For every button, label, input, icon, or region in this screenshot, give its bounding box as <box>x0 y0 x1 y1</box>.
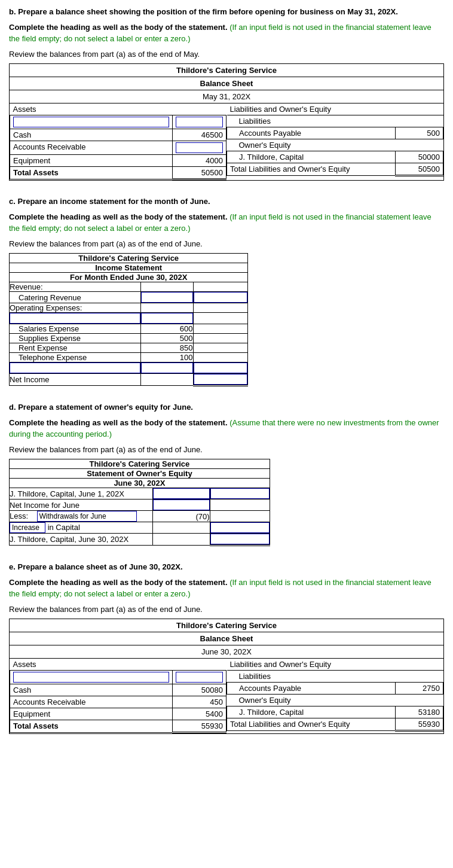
bs-june-empty-value-input[interactable] <box>176 672 223 683</box>
is-catering-revenue-input[interactable] <box>141 292 193 303</box>
oe-statement-name: Statement of Owner's Equity <box>10 469 270 479</box>
bs-june-cash-label: Cash <box>10 684 173 696</box>
oe-withdrawals-value: (70) <box>152 511 210 522</box>
part-d-instruction3: Review the balances from part (a) as of … <box>9 444 444 456</box>
is-catering-revenue-label: Catering Revenue <box>10 292 141 303</box>
oe-increase-label-input[interactable] <box>10 522 45 533</box>
bs-june-empty-input[interactable] <box>13 672 169 683</box>
bs-june-total-assets-value: 55930 <box>173 720 227 733</box>
oe-capital-june30-input[interactable] <box>210 534 270 544</box>
oe-in-capital-label: in Capital <box>48 523 80 532</box>
is-net-income-label: Net Income <box>10 374 141 386</box>
is-total-expense-label-input[interactable] <box>10 363 140 373</box>
part-c-instruction3: Review the balances from part (a) as of … <box>9 238 444 250</box>
is-expense1-value-input[interactable] <box>141 313 193 324</box>
part-d-label: d. <box>9 403 16 412</box>
bs-may-cash-label: Cash <box>10 129 173 141</box>
is-expense1-label-input[interactable] <box>10 313 140 324</box>
bs-may-liab-label: Liabilities and Owner's Equity <box>227 103 443 115</box>
bs-may-ap-label: Accounts Payable <box>227 127 396 139</box>
bs-may-empty-label[interactable] <box>10 115 173 129</box>
bs-may-capital-label: J. Thildore, Capital <box>227 151 396 163</box>
bs-june-equipment-value: 5400 <box>173 708 227 720</box>
bs-june-cash-value: 50080 <box>173 684 227 696</box>
is-opex-label: Operating Expenses: <box>10 303 141 313</box>
is-telephone-label: Telephone Expense <box>10 353 141 363</box>
bs-june-ar-value: 450 <box>173 696 227 708</box>
bs-june-capital-value: 53180 <box>396 706 443 718</box>
bs-may-total-assets-value: 50500 <box>173 167 227 179</box>
bs-may-total-liab-label: Total Liabilities and Owner's Equity <box>227 163 396 176</box>
part-c-label: c. <box>9 197 16 206</box>
bs-may-equipment-label: Equipment <box>10 155 173 167</box>
bs-june-ap-label: Accounts Payable <box>227 683 396 695</box>
is-catering-revenue-total-input[interactable] <box>194 292 248 303</box>
bs-may-empty-value-input[interactable] <box>176 117 223 127</box>
is-telephone-value: 100 <box>140 353 193 363</box>
bs-may-ar-input[interactable] <box>176 142 223 153</box>
bs-may-date: May 31, 202X <box>10 90 444 103</box>
is-net-income-input[interactable] <box>194 374 248 385</box>
bs-june-ar-label: Accounts Receivable <box>10 696 173 708</box>
bs-may-assets-label: Assets <box>10 103 173 115</box>
bs-june-company-name: Thildore's Catering Service <box>10 619 444 632</box>
oe-increase-input[interactable] <box>210 522 270 533</box>
part-e-instruction1: Prepare a balance sheet as of June 30, 2… <box>17 562 182 571</box>
bs-may-capital-value: 50000 <box>396 151 443 163</box>
bs-june-equipment-label: Equipment <box>10 708 173 720</box>
is-salaries-label: Salaries Expense <box>10 324 141 334</box>
oe-capital-june1-input1[interactable] <box>153 488 210 499</box>
bs-june-ap-value: 2750 <box>396 683 443 695</box>
bs-may-total-assets-label: Total Assets <box>10 167 173 179</box>
bs-may-oe-label: Owner's Equity <box>227 139 443 151</box>
bs-june-statement-name: Balance Sheet <box>10 632 444 645</box>
oe-less-label: Less: <box>10 511 28 520</box>
part-d-instruction1: Prepare a statement of owner's equity fo… <box>18 403 193 412</box>
bs-june-total-liab-value: 55930 <box>396 718 443 731</box>
bs-june-empty-label[interactable] <box>10 671 173 684</box>
is-company-name: Thildore's Catering Service <box>10 254 248 263</box>
part-e-instruction3: Review the balances from part (a) as of … <box>9 604 444 616</box>
oe-date: June 30, 202X <box>10 479 270 488</box>
bs-may-empty-input[interactable] <box>13 117 169 127</box>
is-salaries-value: 600 <box>140 324 193 334</box>
bs-june-liab-sub: Liabilities <box>227 671 443 683</box>
oe-capital-june30-label: J. Thildore, Capital, June 30, 202X <box>10 534 153 546</box>
bs-may-liab-sub: Liabilities <box>227 115 443 127</box>
part-e-label: e. <box>9 562 16 571</box>
part-b-label: b. <box>9 7 16 16</box>
is-total-expense-value-input[interactable] <box>141 363 193 373</box>
bs-june-assets-label: Assets <box>10 659 173 671</box>
bs-may-statement-name: Balance Sheet <box>10 77 444 90</box>
oe-withdrawals-label-input[interactable] <box>37 511 137 522</box>
part-e-instruction2: Complete the heading as well as the body… <box>9 578 228 587</box>
is-supplies-value: 500 <box>140 334 193 343</box>
bs-may-ap-value: 500 <box>396 127 443 139</box>
bs-june-capital-label: J. Thildore, Capital <box>227 706 396 718</box>
oe-capital-june1-label: J. Thildore, Capital, June 1, 202X <box>10 488 153 500</box>
oe-company-name: Thildore's Catering Service <box>10 459 270 469</box>
part-b-instruction1: Prepare a balance sheet showing the posi… <box>18 7 398 16</box>
part-d-instruction2: Complete the heading as well as the body… <box>9 418 228 427</box>
oe-net-income-june-label: Net Income for June <box>10 500 153 511</box>
bs-june-total-assets-label: Total Assets <box>10 720 173 733</box>
oe-capital-june1-input2[interactable] <box>210 488 270 499</box>
bs-may-equipment-value: 4000 <box>173 155 227 167</box>
bs-may-cash-value: 46500 <box>173 129 227 141</box>
is-rent-label: Rent Expense <box>10 343 141 353</box>
part-b-instruction2: Complete the heading as well as the body… <box>9 23 228 32</box>
bs-may-total-liab-value: 50500 <box>396 163 443 176</box>
bs-may-company-name: Thildore's Catering Service <box>10 64 444 77</box>
is-rent-value: 850 <box>140 343 193 353</box>
is-revenue-label: Revenue: <box>10 282 141 292</box>
bs-june-date: June 30, 202X <box>10 645 444 659</box>
bs-june-oe-label: Owner's Equity <box>227 695 443 706</box>
is-statement-name: Income Statement <box>10 263 248 273</box>
part-c-instruction1: Prepare an income statement for the mont… <box>17 197 210 206</box>
bs-june-liab-label: Liabilities and Owner's Equity <box>227 659 443 671</box>
part-b-instruction3: Review the balances from part (a) as of … <box>9 48 444 60</box>
part-c-instruction2: Complete the heading as well as the body… <box>9 212 228 221</box>
bs-may-ar-label: Accounts Receivable <box>10 141 173 155</box>
oe-net-income-june-input[interactable] <box>153 500 210 510</box>
is-total-expense-total-input[interactable] <box>194 363 248 373</box>
